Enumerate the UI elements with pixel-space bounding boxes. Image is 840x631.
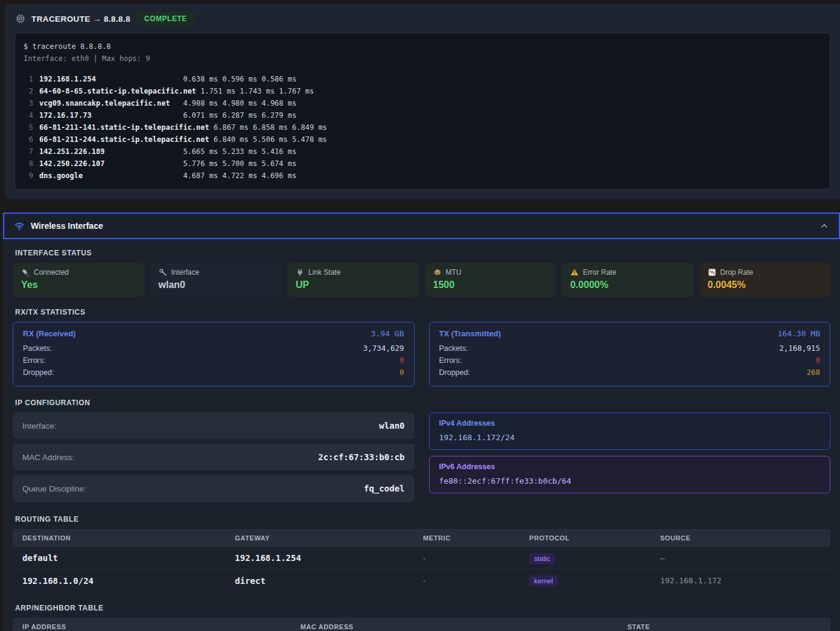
arp-table-label: ARP/NEIGHBOR TABLE bbox=[15, 604, 828, 612]
tx-card: TX (Transmitted) 164.30 MB Packets:2,168… bbox=[429, 322, 831, 386]
wireless-interface-section: Wireless Interface INTERFACE STATUS bbox=[3, 213, 840, 631]
interface-card: Interface wlan0 bbox=[150, 263, 282, 297]
ipv6-addresses-card: IPv6 Addresses fe80::2ecf:67ff:fe33:b0cb… bbox=[429, 456, 831, 493]
traceroute-title: TRACEROUTE → 8.8.8.8 bbox=[31, 14, 130, 24]
wifi-icon bbox=[14, 220, 25, 231]
ip-config-right: IPv4 Addresses 192.168.1.172/24 IPv6 Add… bbox=[429, 412, 831, 502]
interface-value: wlan0 bbox=[159, 280, 273, 290]
queue-discipline-row: Queue Discipline: fq_codel bbox=[13, 475, 415, 502]
traceroute-header: TRACEROUTE → 8.8.8.8 COMPLETE bbox=[14, 10, 830, 33]
hop-row: 4172.16.17.736.071 ms 6.287 ms 6.279 ms bbox=[24, 109, 821, 121]
hop-row: 3vcg09.snancakp.telepacific.net4.988 ms … bbox=[24, 97, 821, 109]
protocol-badge: static bbox=[529, 553, 555, 564]
rxtx-grid: RX (Received) 3.94 GB Packets:3,734,629 … bbox=[13, 322, 830, 386]
hop-row: 1192.168.1.2540.638 ms 0.596 ms 0.586 ms bbox=[24, 73, 821, 85]
interface-row: Interface: wlan0 bbox=[13, 412, 415, 439]
mac-address-row: MAC Address: 2c:cf:67:33:b0:cb bbox=[13, 444, 415, 470]
arp-table: IP ADDRESS MAC ADDRESS STATE 192.168.1.2… bbox=[13, 618, 830, 631]
rx-title: RX (Received) bbox=[23, 329, 75, 338]
status-badge: COMPLETE bbox=[136, 12, 195, 25]
mtu-card: MTU 1500 bbox=[425, 263, 556, 297]
package-icon bbox=[433, 268, 442, 277]
traceroute-panel: TRACEROUTE → 8.8.8.8 COMPLETE $ tracerou… bbox=[5, 4, 840, 199]
hop-row: 566-81-211-141.static-ip.telepacific.net… bbox=[24, 121, 821, 133]
hop-row: 8142.250.226.1075.776 ms 5.700 ms 5.674 … bbox=[24, 158, 821, 170]
mtu-value: 1500 bbox=[433, 280, 548, 290]
tx-dropped: 268 bbox=[806, 367, 820, 379]
rx-packets: 3,734,629 bbox=[363, 342, 404, 354]
chevron-up-icon[interactable] bbox=[819, 221, 829, 231]
ip-config-left: Interface: wlan0 MAC Address: 2c:cf:67:3… bbox=[13, 412, 415, 502]
rx-card: RX (Received) 3.94 GB Packets:3,734,629 … bbox=[13, 322, 415, 386]
hop-row: 7142.251.226.1895.665 ms 5.233 ms 5.416 … bbox=[24, 146, 821, 158]
interface-status-label: INTERFACE STATUS bbox=[15, 249, 828, 257]
table-row: default 192.168.1.254 - static – bbox=[13, 547, 830, 569]
section-title: Wireless Interface bbox=[31, 221, 103, 231]
tx-total: 164.30 MB bbox=[778, 329, 820, 338]
error-rate-value: 0.0000% bbox=[570, 280, 685, 290]
ipv4-addresses-card: IPv4 Addresses 192.168.1.172/24 bbox=[429, 412, 831, 450]
hop-row: 264-60-8-65.static-ip.telepacific.net1.7… bbox=[24, 85, 821, 97]
status-cards-row: Connected Yes Interface wlan0 bbox=[13, 263, 830, 297]
chart-down-icon bbox=[708, 268, 716, 277]
link-state-card: Link State UP bbox=[287, 263, 419, 297]
ipv6-address: fe80::2ecf:67ff:fe33:b0cb/64 bbox=[439, 476, 821, 485]
tx-packets: 2,168,915 bbox=[779, 342, 820, 354]
link-state-value: UP bbox=[296, 280, 410, 290]
routing-table-header: DESTINATION GATEWAY METRIC PROTOCOL SOUR… bbox=[13, 529, 830, 547]
plug-icon bbox=[296, 268, 304, 277]
drop-rate-card: Drop Rate 0.0045% bbox=[699, 263, 831, 297]
wrench-icon bbox=[159, 268, 167, 277]
ip-config-grid: Interface: wlan0 MAC Address: 2c:cf:67:3… bbox=[13, 412, 830, 502]
drop-rate-value: 0.0045% bbox=[708, 280, 822, 290]
terminal-command: $ traceroute 8.8.8.8 bbox=[24, 40, 821, 53]
rx-errors: 0 bbox=[399, 354, 404, 367]
error-rate-card: Error Rate 0.0000% bbox=[562, 263, 693, 297]
routing-table: DESTINATION GATEWAY METRIC PROTOCOL SOUR… bbox=[13, 529, 830, 592]
rxtx-statistics-label: RX/TX STATISTICS bbox=[15, 308, 828, 316]
ipv4-address: 192.168.1.172/24 bbox=[439, 433, 821, 442]
connected-card: Connected Yes bbox=[13, 263, 144, 297]
tx-errors: 0 bbox=[815, 354, 820, 367]
tx-title: TX (Transmitted) bbox=[439, 329, 501, 338]
arp-table-header: IP ADDRESS MAC ADDRESS STATE bbox=[13, 618, 830, 631]
connected-value: Yes bbox=[21, 280, 136, 290]
satellite-dish-icon bbox=[21, 268, 30, 277]
traceroute-output: $ traceroute 8.8.8.8 Interface: eth0 | M… bbox=[14, 33, 830, 190]
rx-dropped: 0 bbox=[399, 367, 404, 379]
wireless-accordion-header[interactable]: Wireless Interface bbox=[3, 213, 840, 239]
rx-total: 3.94 GB bbox=[371, 329, 404, 338]
terminal-subtitle: Interface: eth0 | Max hops: 9 bbox=[24, 53, 821, 65]
warning-icon bbox=[570, 268, 579, 277]
wireless-content: INTERFACE STATUS Connected Yes bbox=[3, 239, 840, 631]
routing-table-label: ROUTING TABLE bbox=[15, 515, 828, 524]
chip-icon bbox=[16, 14, 25, 24]
table-row: 192.168.1.0/24 direct - kernel 192.168.1… bbox=[13, 569, 830, 592]
protocol-badge: kernel bbox=[529, 575, 558, 586]
hop-row: 666-81-211-244.static-ip.telepacific.net… bbox=[24, 133, 821, 146]
ip-configuration-label: IP CONFIGURATION bbox=[15, 399, 828, 407]
hop-row: 9dns.google4.687 ms 4.722 ms 4.696 ms bbox=[24, 170, 821, 182]
